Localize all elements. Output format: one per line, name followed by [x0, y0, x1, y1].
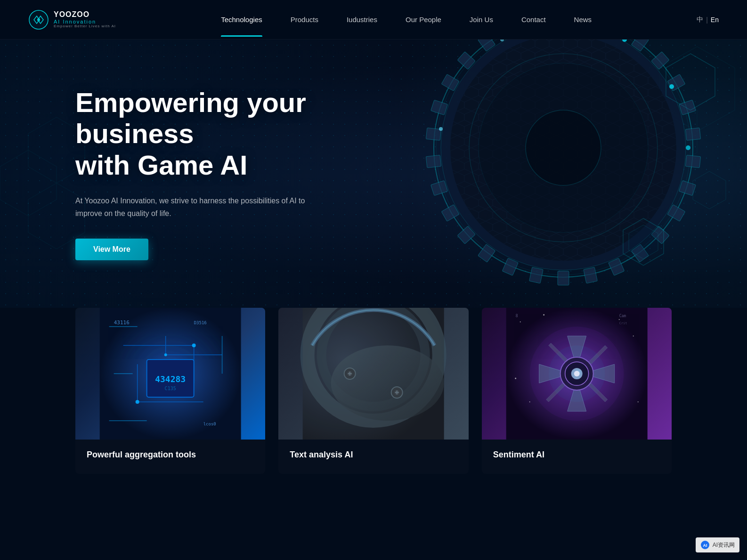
- logo-icon: [28, 9, 49, 30]
- svg-point-93: [618, 319, 619, 320]
- language-switcher[interactable]: 中 | En: [697, 16, 719, 24]
- hero-description: At Yoozoo AI Innovation, we strive to ha…: [75, 194, 320, 220]
- card-3-image: 8 Cam Crit: [482, 308, 672, 440]
- cards-section: 434283 C135 43116 D3516 lcos0 Pow: [0, 308, 747, 502]
- card-2[interactable]: Text analysis AI: [278, 308, 468, 474]
- svg-rect-33: [426, 128, 441, 141]
- svg-point-46: [526, 110, 601, 185]
- logo[interactable]: YOOZOO AI Innovation Empower Better Live…: [28, 9, 116, 30]
- svg-rect-19: [679, 181, 696, 196]
- view-more-button[interactable]: View More: [75, 239, 148, 260]
- hero-title: Empowering your business with Game AI: [75, 87, 367, 181]
- svg-marker-56: [693, 171, 726, 209]
- nav-item-contact[interactable]: Contact: [507, 2, 560, 37]
- nav-link-technologies[interactable]: Technologies: [207, 2, 276, 37]
- svg-text:Cam: Cam: [619, 314, 626, 318]
- gear-svg: [398, 40, 728, 308]
- svg-point-48: [686, 145, 690, 150]
- card-2-body: Text analysis AI: [278, 440, 468, 474]
- circuit-svg: 434283 C135 43116 D3516 lcos0: [75, 308, 265, 440]
- card-3-title: Sentiment AI: [493, 449, 660, 461]
- card-1-image: 434283 C135 43116 D3516 lcos0: [75, 308, 265, 440]
- hero-content: Empowering your business with Game AI At…: [0, 87, 367, 260]
- card-2-image: [278, 308, 468, 440]
- svg-point-66: [164, 353, 167, 356]
- hero-title-line1: Empowering your business: [75, 87, 306, 149]
- svg-rect-31: [431, 181, 448, 196]
- svg-point-51: [669, 84, 674, 89]
- svg-point-52: [439, 127, 443, 131]
- svg-rect-32: [426, 155, 441, 168]
- lang-en[interactable]: En: [711, 16, 719, 24]
- svg-point-1: [37, 18, 40, 21]
- nav-link-people[interactable]: Our People: [391, 2, 455, 37]
- nav-link-industries[interactable]: Iudustries: [333, 2, 391, 37]
- svg-text:AI: AI: [703, 543, 707, 548]
- svg-point-65: [136, 400, 139, 404]
- nav-item-joinus[interactable]: Join Us: [455, 2, 507, 37]
- svg-text:8: 8: [515, 314, 518, 318]
- svg-point-95: [529, 401, 530, 402]
- space-svg: 8 Cam Crit: [482, 308, 672, 440]
- hero-title-line2: with Game AI: [75, 150, 247, 180]
- svg-text:Crit: Crit: [619, 321, 627, 325]
- navbar: YOOZOO AI Innovation Empower Better Live…: [0, 0, 747, 40]
- svg-text:C135: C135: [165, 386, 176, 391]
- svg-rect-24: [584, 267, 598, 283]
- lang-separator: |: [706, 16, 708, 24]
- nav-item-products[interactable]: Products: [276, 2, 333, 37]
- logo-name: YOOZOO: [54, 10, 116, 19]
- svg-point-91: [520, 321, 520, 322]
- svg-point-97: [637, 401, 638, 402]
- cards-grid: 434283 C135 43116 D3516 lcos0 Pow: [75, 308, 672, 474]
- svg-point-64: [192, 344, 196, 347]
- card-1-body: Powerful aggregation tools: [75, 440, 265, 474]
- svg-text:434283: 434283: [155, 374, 186, 384]
- nav-item-industries[interactable]: Iudustries: [333, 2, 391, 37]
- nav-item-news[interactable]: News: [560, 2, 606, 37]
- nav-item-technologies[interactable]: Technologies: [207, 2, 276, 37]
- svg-point-96: [515, 378, 516, 379]
- card-1-title: Powerful aggregation tools: [87, 449, 254, 461]
- nav-links: Technologies Products Iudustries Our Peo…: [207, 2, 606, 37]
- svg-rect-25: [558, 271, 569, 285]
- nav-link-products[interactable]: Products: [276, 2, 333, 37]
- svg-rect-34: [431, 100, 448, 115]
- card-3[interactable]: 8 Cam Crit Sentiment AI: [482, 308, 672, 474]
- svg-text:43116: 43116: [114, 320, 130, 326]
- card-3-body: Sentiment AI: [482, 440, 672, 474]
- svg-point-94: [633, 336, 633, 336]
- card-2-title: Text analysis AI: [290, 449, 457, 461]
- svg-rect-17: [685, 128, 700, 141]
- svg-point-104: [548, 345, 605, 402]
- svg-text:D3516: D3516: [194, 320, 207, 325]
- watermark-icon: AI: [700, 540, 710, 550]
- svg-rect-26: [529, 267, 544, 283]
- watermark: AI AI资讯网: [696, 537, 739, 552]
- nav-item-people[interactable]: Our People: [391, 2, 455, 37]
- mechanical-svg: [278, 308, 468, 440]
- logo-sub-label: Empower Better Lives with AI: [54, 24, 116, 29]
- logo-text: YOOZOO AI Innovation Empower Better Live…: [54, 10, 116, 28]
- gear-visual: [398, 40, 747, 308]
- card-1[interactable]: 434283 C135 43116 D3516 lcos0 Pow: [75, 308, 265, 474]
- nav-link-joinus[interactable]: Join Us: [455, 2, 507, 37]
- watermark-text: AI资讯网: [713, 541, 735, 549]
- svg-rect-18: [685, 155, 700, 168]
- svg-rect-89: [303, 308, 444, 440]
- nav-link-contact[interactable]: Contact: [507, 2, 560, 37]
- nav-link-news[interactable]: News: [560, 2, 606, 37]
- svg-text:lcos0: lcos0: [203, 422, 216, 426]
- hero-section: Empowering your business with Game AI At…: [0, 40, 747, 308]
- lang-cn[interactable]: 中: [697, 16, 703, 24]
- svg-point-92: [543, 314, 544, 316]
- svg-rect-16: [679, 100, 696, 115]
